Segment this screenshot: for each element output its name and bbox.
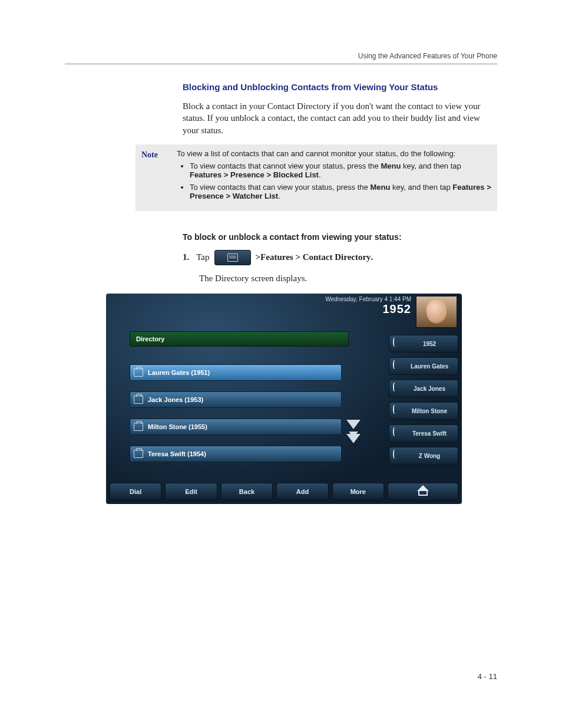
handset-icon bbox=[393, 450, 395, 459]
phone-screenshot: Wednesday, February 4 1:44 PM 1952 Direc… bbox=[106, 294, 462, 504]
phone-extension: 1952 bbox=[111, 302, 411, 316]
handset-icon bbox=[393, 338, 395, 347]
contact-card-icon bbox=[134, 396, 143, 404]
step-path-prefix: > bbox=[256, 252, 261, 262]
section-heading: Blocking and Unblocking Contacts from Vi… bbox=[183, 82, 497, 92]
handset-icon bbox=[393, 405, 395, 414]
sidebar-contact[interactable]: Z Wong bbox=[389, 447, 458, 465]
step-tap-word: Tap bbox=[196, 252, 209, 262]
sidebar-contact[interactable]: Lauren Gates bbox=[389, 357, 458, 375]
contact-card-icon bbox=[134, 368, 143, 377]
directory-item[interactable]: Milton Stone (1955) bbox=[130, 419, 342, 435]
avatar bbox=[416, 296, 457, 328]
note-label: Note bbox=[141, 149, 177, 160]
sidebar-contact[interactable]: Teresa Swift bbox=[389, 424, 458, 442]
contact-card-icon bbox=[134, 450, 143, 458]
handset-icon bbox=[393, 360, 395, 369]
note-bullet-1: To view contacts that cannot view your s… bbox=[190, 162, 491, 179]
dial-button[interactable]: Dial bbox=[110, 483, 161, 500]
sidebar-contact[interactable]: Milton Stone bbox=[389, 402, 458, 420]
header-rule bbox=[65, 64, 497, 64]
step-number: 1. bbox=[183, 252, 189, 262]
page-number: 4 - 11 bbox=[478, 672, 497, 681]
chevron-down-icon[interactable] bbox=[346, 420, 361, 429]
add-button[interactable]: Add bbox=[276, 483, 328, 500]
note-block: Note To view a list of contacts that can… bbox=[135, 144, 497, 211]
chevron-down-double-icon[interactable] bbox=[346, 434, 361, 443]
phone-datetime: Wednesday, February 4 1:44 PM bbox=[111, 296, 411, 302]
running-header: Using the Advanced Features of Your Phon… bbox=[65, 52, 497, 60]
handset-icon bbox=[393, 383, 395, 391]
home-button[interactable] bbox=[388, 483, 458, 500]
note-lead: To view a list of contacts that can and … bbox=[177, 149, 491, 158]
sidebar-line-1952[interactable]: 1952 bbox=[389, 335, 458, 353]
step-1: 1. Tap > Features > Contact Directory. bbox=[183, 250, 497, 265]
step-result: The Directory screen displays. bbox=[199, 272, 497, 284]
contact-card-icon bbox=[134, 423, 143, 431]
directory-item[interactable]: Jack Jones (1953) bbox=[130, 391, 342, 408]
note-bullet-2: To view contacts that can view your stat… bbox=[190, 183, 491, 200]
back-button[interactable]: Back bbox=[221, 483, 273, 500]
section-intro: Block a contact in your Contact Director… bbox=[183, 100, 497, 136]
home-icon bbox=[418, 487, 428, 496]
sidebar-contact[interactable]: Jack Jones bbox=[389, 380, 458, 397]
directory-header: Directory bbox=[130, 331, 349, 347]
directory-item[interactable]: Lauren Gates (1951) bbox=[130, 364, 342, 381]
more-button[interactable]: More bbox=[332, 483, 384, 500]
directory-item[interactable]: Teresa Swift (1954) bbox=[130, 446, 342, 462]
step-path: Features > Contact Directory bbox=[260, 252, 371, 262]
procedure-heading: To block or unblock a contact from viewi… bbox=[183, 232, 497, 242]
edit-button[interactable]: Edit bbox=[165, 483, 217, 500]
menu-button-icon bbox=[214, 250, 251, 265]
handset-icon bbox=[393, 427, 395, 436]
